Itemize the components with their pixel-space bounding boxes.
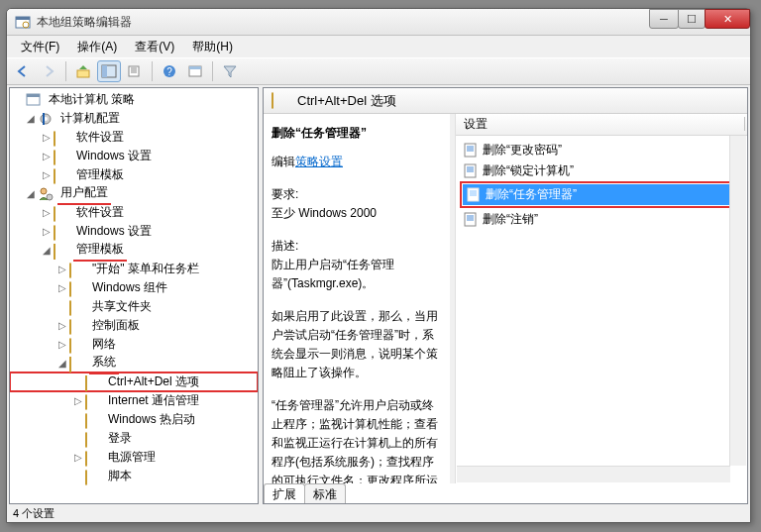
policy-icon <box>464 212 479 227</box>
collapse-icon[interactable]: ◢ <box>24 184 38 203</box>
show-tree-button[interactable] <box>97 60 121 82</box>
folder-icon <box>272 93 288 108</box>
tree-item[interactable]: ▷Windows 设置 <box>10 222 258 241</box>
policy-icon <box>464 143 479 158</box>
app-icon <box>15 14 31 30</box>
toolbar-separator <box>152 61 153 81</box>
expand-icon[interactable]: ▷ <box>40 147 54 165</box>
tree-item[interactable]: ▷软件设置 <box>10 203 258 222</box>
menu-action[interactable]: 操作(A) <box>69 37 125 57</box>
folder-icon <box>85 412 102 427</box>
collapse-icon[interactable]: ◢ <box>55 354 69 372</box>
folder-icon <box>85 393 102 408</box>
folder-icon <box>69 299 86 314</box>
expand-icon[interactable]: ▷ <box>40 128 54 147</box>
requirement-value: 至少 Windows 2000 <box>272 204 442 223</box>
collapse-icon[interactable]: ◢ <box>24 109 38 128</box>
tree-item[interactable]: ▷网络 <box>10 335 258 354</box>
gpedit-window: 本地组策略编辑器 ─ ☐ ✕ 文件(F) 操作(A) 查看(V) 帮助(H) ?… <box>6 8 751 523</box>
tree-admin-templates[interactable]: ◢管理模板 <box>10 241 258 260</box>
collapse-icon[interactable]: ◢ <box>40 241 54 260</box>
tree-item[interactable]: ▷Windows 组件 <box>10 278 258 297</box>
properties-button[interactable] <box>183 60 207 82</box>
folder-icon <box>69 280 86 295</box>
tree-root[interactable]: 本地计算机 策略 <box>10 90 258 109</box>
expand-icon[interactable]: ▷ <box>71 448 85 467</box>
tree-item[interactable]: ▷电源管理 <box>10 448 258 467</box>
menu-file[interactable]: 文件(F) <box>13 37 67 57</box>
policy-item-selected[interactable]: 删除“任务管理器” <box>463 184 736 205</box>
tree-item[interactable]: ▷Internet 通信管理 <box>10 391 258 410</box>
folder-icon <box>85 431 102 446</box>
tree-item[interactable]: ▷软件设置 <box>10 128 258 147</box>
folder-open-icon <box>85 374 102 389</box>
tree-item[interactable]: 脚本 <box>10 467 258 485</box>
column-resize-handle[interactable] <box>744 117 745 131</box>
tree-ctrl-alt-del[interactable]: Ctrl+Alt+Del 选项 <box>10 372 258 391</box>
tree-user-config[interactable]: ◢用户配置 <box>10 184 258 203</box>
policy-icon <box>26 92 43 107</box>
policy-item[interactable]: 删除“注销” <box>460 209 739 230</box>
tree-item[interactable]: ▷"开始" 菜单和任务栏 <box>10 260 258 278</box>
scrollbar-vertical[interactable] <box>729 136 746 466</box>
expand-icon[interactable]: ▷ <box>40 222 54 241</box>
tree-computer-config[interactable]: ◢计算机配置 <box>10 109 258 128</box>
titlebar[interactable]: 本地组策略编辑器 ─ ☐ ✕ <box>7 9 750 36</box>
back-button[interactable] <box>11 60 35 82</box>
filter-button[interactable] <box>218 60 242 82</box>
folder-icon <box>54 224 70 239</box>
close-button[interactable]: ✕ <box>705 9 750 29</box>
minimize-button[interactable]: ─ <box>649 9 679 29</box>
folder-icon <box>54 130 70 145</box>
help-button[interactable]: ? <box>158 60 181 82</box>
menu-view[interactable]: 查看(V) <box>127 37 182 57</box>
description-text: 如果启用了此设置，那么，当用户尝试启动“任务管理器”时，系统会显示一则消息，说明… <box>272 307 442 382</box>
tree-item[interactable]: 共享文件夹 <box>10 297 258 316</box>
folder-icon <box>54 205 70 220</box>
scrollbar-horizontal[interactable] <box>457 466 730 482</box>
highlighted-item-box: 删除“任务管理器” <box>460 181 739 208</box>
tree-item[interactable]: ▷Windows 设置 <box>10 147 258 165</box>
export-button[interactable] <box>123 60 147 82</box>
svg-rect-1 <box>16 17 30 20</box>
toolbar-separator <box>65 61 66 81</box>
up-button[interactable] <box>71 60 95 82</box>
folder-icon <box>85 469 102 483</box>
folder-icon <box>69 337 86 352</box>
column-header-setting[interactable]: 设置 <box>456 114 747 136</box>
policy-settings-link[interactable]: 策略设置 <box>295 155 343 168</box>
svg-rect-3 <box>77 70 89 77</box>
status-bar: 4 个设置 <box>9 505 748 521</box>
tab-extended[interactable]: 扩展 <box>264 483 305 503</box>
tree-system[interactable]: ◢系统 <box>10 354 258 372</box>
policy-icon <box>464 163 479 178</box>
expand-icon[interactable]: ▷ <box>40 203 54 222</box>
policy-item[interactable]: 删除“锁定计算机” <box>460 160 739 181</box>
folder-icon <box>69 262 86 276</box>
status-text: 4 个设置 <box>13 507 54 519</box>
maximize-button[interactable]: ☐ <box>678 9 706 29</box>
svg-point-17 <box>47 194 53 200</box>
policy-item[interactable]: 删除“更改密码” <box>460 140 739 160</box>
tree-item[interactable]: 登录 <box>10 429 258 448</box>
window-title: 本地组策略编辑器 <box>37 14 132 31</box>
forward-button[interactable] <box>37 60 60 82</box>
expand-icon[interactable]: ▷ <box>55 260 69 278</box>
tree-item[interactable]: ▷管理模板 <box>10 165 258 184</box>
toolbar-separator <box>212 61 213 81</box>
folder-icon <box>54 149 70 163</box>
settings-list-pane: 设置 删除“更改密码” 删除“锁定计算机” 删除“任务管理器” 删除“注销” <box>455 114 747 483</box>
expand-icon[interactable]: ▷ <box>40 165 54 184</box>
user-gear-icon <box>38 186 54 201</box>
expand-icon[interactable]: ▷ <box>55 316 69 335</box>
tree-item[interactable]: ▷控制面板 <box>10 316 258 335</box>
expand-icon[interactable]: ▷ <box>55 335 69 354</box>
expand-icon[interactable]: ▷ <box>55 278 69 297</box>
expand-icon[interactable]: ▷ <box>71 391 85 410</box>
menubar: 文件(F) 操作(A) 查看(V) 帮助(H) <box>7 36 750 57</box>
tab-standard[interactable]: 标准 <box>304 483 346 503</box>
menu-help[interactable]: 帮助(H) <box>184 37 241 57</box>
edit-label: 编辑 <box>272 155 295 168</box>
tree-item[interactable]: Windows 热启动 <box>10 410 258 429</box>
description-text: 防止用户启动“任务管理器”(Taskmgr.exe)。 <box>272 256 442 293</box>
